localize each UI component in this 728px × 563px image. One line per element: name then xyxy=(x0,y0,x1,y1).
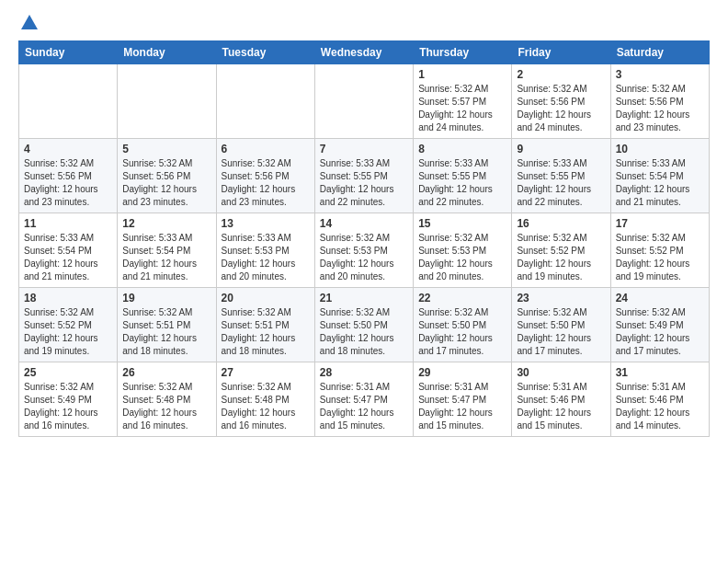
day-cell: 20Sunrise: 5:32 AMSunset: 5:51 PMDayligh… xyxy=(216,288,314,362)
day-cell: 17Sunrise: 5:32 AMSunset: 5:52 PMDayligh… xyxy=(610,213,709,288)
day-number: 3 xyxy=(616,68,704,81)
day-info: Sunrise: 5:32 AMSunset: 5:53 PMDaylight:… xyxy=(320,232,408,283)
week-row-1: 1Sunrise: 5:32 AMSunset: 5:57 PMDaylight… xyxy=(19,64,710,139)
day-number: 26 xyxy=(122,366,210,379)
weekday-header-row: SundayMondayTuesdayWednesdayThursdayFrid… xyxy=(19,41,710,64)
day-info: Sunrise: 5:32 AMSunset: 5:49 PMDaylight:… xyxy=(24,381,112,432)
day-cell: 29Sunrise: 5:31 AMSunset: 5:47 PMDayligh… xyxy=(414,362,512,437)
day-number: 2 xyxy=(517,68,605,81)
day-cell: 22Sunrise: 5:32 AMSunset: 5:50 PMDayligh… xyxy=(414,288,512,362)
day-number: 16 xyxy=(517,217,605,230)
day-info: Sunrise: 5:31 AMSunset: 5:46 PMDaylight:… xyxy=(616,381,704,432)
day-number: 21 xyxy=(320,292,408,304)
day-cell: 3Sunrise: 5:32 AMSunset: 5:56 PMDaylight… xyxy=(610,64,709,139)
day-info: Sunrise: 5:32 AMSunset: 5:56 PMDaylight:… xyxy=(616,83,704,134)
svg-marker-0 xyxy=(21,15,38,29)
day-info: Sunrise: 5:33 AMSunset: 5:55 PMDaylight:… xyxy=(320,157,408,209)
day-number: 15 xyxy=(418,217,506,230)
day-cell: 8Sunrise: 5:33 AMSunset: 5:55 PMDaylight… xyxy=(414,139,512,213)
day-cell: 25Sunrise: 5:32 AMSunset: 5:49 PMDayligh… xyxy=(19,362,118,437)
day-info: Sunrise: 5:32 AMSunset: 5:51 PMDaylight:… xyxy=(122,306,210,358)
day-cell: 13Sunrise: 5:33 AMSunset: 5:53 PMDayligh… xyxy=(216,213,314,288)
day-number: 29 xyxy=(418,366,506,379)
weekday-saturday: Saturday xyxy=(610,41,709,64)
weekday-friday: Friday xyxy=(512,41,610,64)
day-cell: 1Sunrise: 5:32 AMSunset: 5:57 PMDaylight… xyxy=(414,64,512,139)
weekday-tuesday: Tuesday xyxy=(216,41,314,64)
day-number: 6 xyxy=(222,143,310,155)
day-info: Sunrise: 5:32 AMSunset: 5:53 PMDaylight:… xyxy=(418,232,506,283)
day-info: Sunrise: 5:33 AMSunset: 5:55 PMDaylight:… xyxy=(517,157,605,209)
day-info: Sunrise: 5:33 AMSunset: 5:55 PMDaylight:… xyxy=(418,157,506,209)
day-number: 10 xyxy=(616,143,704,155)
week-row-3: 11Sunrise: 5:33 AMSunset: 5:54 PMDayligh… xyxy=(19,213,710,288)
day-cell: 21Sunrise: 5:32 AMSunset: 5:50 PMDayligh… xyxy=(314,288,413,362)
day-number: 14 xyxy=(320,217,408,230)
day-cell: 31Sunrise: 5:31 AMSunset: 5:46 PMDayligh… xyxy=(610,362,709,437)
day-number: 12 xyxy=(122,217,210,230)
logo xyxy=(18,15,38,33)
day-cell xyxy=(216,64,314,139)
day-number: 28 xyxy=(320,366,408,379)
week-row-5: 25Sunrise: 5:32 AMSunset: 5:49 PMDayligh… xyxy=(19,362,710,437)
day-number: 11 xyxy=(24,217,112,230)
day-info: Sunrise: 5:31 AMSunset: 5:47 PMDaylight:… xyxy=(418,381,506,432)
day-info: Sunrise: 5:31 AMSunset: 5:47 PMDaylight:… xyxy=(320,381,408,432)
day-number: 23 xyxy=(517,292,605,304)
day-cell: 2Sunrise: 5:32 AMSunset: 5:56 PMDaylight… xyxy=(512,64,610,139)
day-info: Sunrise: 5:32 AMSunset: 5:52 PMDaylight:… xyxy=(616,232,704,283)
day-info: Sunrise: 5:32 AMSunset: 5:52 PMDaylight:… xyxy=(517,232,605,283)
week-row-2: 4Sunrise: 5:32 AMSunset: 5:56 PMDaylight… xyxy=(19,139,710,213)
day-info: Sunrise: 5:32 AMSunset: 5:52 PMDaylight:… xyxy=(24,306,112,358)
weekday-wednesday: Wednesday xyxy=(314,41,413,64)
day-cell: 6Sunrise: 5:32 AMSunset: 5:56 PMDaylight… xyxy=(216,139,314,213)
day-cell: 27Sunrise: 5:32 AMSunset: 5:48 PMDayligh… xyxy=(216,362,314,437)
day-cell xyxy=(118,64,216,139)
day-info: Sunrise: 5:33 AMSunset: 5:53 PMDaylight:… xyxy=(222,232,310,283)
day-cell: 24Sunrise: 5:32 AMSunset: 5:49 PMDayligh… xyxy=(610,288,709,362)
logo-icon xyxy=(21,15,38,29)
day-cell: 4Sunrise: 5:32 AMSunset: 5:56 PMDaylight… xyxy=(19,139,118,213)
day-info: Sunrise: 5:32 AMSunset: 5:48 PMDaylight:… xyxy=(222,381,310,432)
day-info: Sunrise: 5:32 AMSunset: 5:57 PMDaylight:… xyxy=(418,83,506,134)
day-cell: 28Sunrise: 5:31 AMSunset: 5:47 PMDayligh… xyxy=(314,362,413,437)
day-info: Sunrise: 5:32 AMSunset: 5:56 PMDaylight:… xyxy=(122,157,210,209)
day-info: Sunrise: 5:31 AMSunset: 5:46 PMDaylight:… xyxy=(517,381,605,432)
day-number: 4 xyxy=(24,143,112,155)
day-info: Sunrise: 5:32 AMSunset: 5:56 PMDaylight:… xyxy=(222,157,310,209)
day-number: 31 xyxy=(616,366,704,379)
day-info: Sunrise: 5:32 AMSunset: 5:51 PMDaylight:… xyxy=(222,306,310,358)
day-cell: 19Sunrise: 5:32 AMSunset: 5:51 PMDayligh… xyxy=(118,288,216,362)
day-cell xyxy=(19,64,118,139)
day-cell: 16Sunrise: 5:32 AMSunset: 5:52 PMDayligh… xyxy=(512,213,610,288)
day-number: 18 xyxy=(24,292,112,304)
day-cell: 30Sunrise: 5:31 AMSunset: 5:46 PMDayligh… xyxy=(512,362,610,437)
day-cell: 18Sunrise: 5:32 AMSunset: 5:52 PMDayligh… xyxy=(19,288,118,362)
day-info: Sunrise: 5:32 AMSunset: 5:50 PMDaylight:… xyxy=(517,306,605,358)
day-cell: 7Sunrise: 5:33 AMSunset: 5:55 PMDaylight… xyxy=(314,139,413,213)
day-cell: 12Sunrise: 5:33 AMSunset: 5:54 PMDayligh… xyxy=(118,213,216,288)
day-info: Sunrise: 5:32 AMSunset: 5:50 PMDaylight:… xyxy=(418,306,506,358)
day-number: 22 xyxy=(418,292,506,304)
day-number: 1 xyxy=(418,68,506,81)
day-cell: 26Sunrise: 5:32 AMSunset: 5:48 PMDayligh… xyxy=(118,362,216,437)
day-number: 19 xyxy=(122,292,210,304)
header xyxy=(18,15,710,33)
week-row-4: 18Sunrise: 5:32 AMSunset: 5:52 PMDayligh… xyxy=(19,288,710,362)
weekday-monday: Monday xyxy=(118,41,216,64)
day-info: Sunrise: 5:33 AMSunset: 5:54 PMDaylight:… xyxy=(24,232,112,283)
day-number: 13 xyxy=(222,217,310,230)
day-cell: 11Sunrise: 5:33 AMSunset: 5:54 PMDayligh… xyxy=(19,213,118,288)
day-cell xyxy=(314,64,413,139)
day-cell: 14Sunrise: 5:32 AMSunset: 5:53 PMDayligh… xyxy=(314,213,413,288)
day-number: 24 xyxy=(616,292,704,304)
day-cell: 5Sunrise: 5:32 AMSunset: 5:56 PMDaylight… xyxy=(118,139,216,213)
day-number: 8 xyxy=(418,143,506,155)
day-cell: 23Sunrise: 5:32 AMSunset: 5:50 PMDayligh… xyxy=(512,288,610,362)
day-cell: 15Sunrise: 5:32 AMSunset: 5:53 PMDayligh… xyxy=(414,213,512,288)
day-info: Sunrise: 5:33 AMSunset: 5:54 PMDaylight:… xyxy=(122,232,210,283)
day-info: Sunrise: 5:32 AMSunset: 5:48 PMDaylight:… xyxy=(122,381,210,432)
day-info: Sunrise: 5:32 AMSunset: 5:56 PMDaylight:… xyxy=(517,83,605,134)
day-info: Sunrise: 5:32 AMSunset: 5:49 PMDaylight:… xyxy=(616,306,704,358)
day-number: 5 xyxy=(122,143,210,155)
